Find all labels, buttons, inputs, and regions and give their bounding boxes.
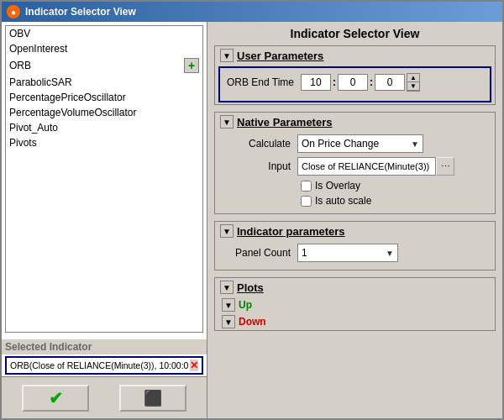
calculate-value: On Price Change <box>302 138 379 150</box>
list-item[interactable]: Pivot_Auto <box>6 120 202 135</box>
list-item-label: Pivot_Auto <box>9 122 58 134</box>
is-auto-scale-row: Is auto scale <box>222 195 488 207</box>
content-area: OBVOpenInterestORB+ParabolicSARPercentag… <box>2 22 502 418</box>
plot-down-item: ▼ Down <box>215 313 495 330</box>
calculate-row: Calculate On Price Change ▼ <box>222 134 488 153</box>
panel-count-dropdown-arrow: ▼ <box>386 249 394 258</box>
plots-label: Plots <box>237 281 264 294</box>
selected-indicator-item[interactable]: ORB(Close of RELIANCE(Minute(3)), 10:00:… <box>5 356 203 375</box>
plot-up-collapse-btn[interactable]: ▼ <box>222 298 235 312</box>
native-parameters-section: ▼ Native Parameters Calculate On Price C… <box>214 112 496 214</box>
input-field-group: ⋯ <box>297 157 454 176</box>
panel-count-dropdown[interactable]: 1 ▼ <box>297 244 398 262</box>
list-item[interactable]: ParabolicSAR <box>6 75 202 90</box>
indicator-params-collapse-btn[interactable]: ▼ <box>220 224 234 238</box>
spin-buttons: ▲ ▼ <box>407 73 420 92</box>
time-sep-1: : <box>333 76 336 88</box>
spin-down-button[interactable]: ▼ <box>407 82 419 91</box>
calculate-dropdown-arrow: ▼ <box>411 139 419 149</box>
list-item[interactable]: OpenInterest <box>6 41 202 56</box>
input-label: Input <box>222 160 297 172</box>
plots-header[interactable]: ▼ Plots <box>215 278 495 297</box>
indicator-parameters-label: Indicator parameters <box>237 225 345 238</box>
orb-end-time-label: ORB End Time <box>225 76 301 88</box>
input-row: Input ⋯ <box>222 157 488 176</box>
list-item[interactable]: Pivots <box>6 135 202 150</box>
is-overlay-checkbox[interactable] <box>301 181 312 192</box>
plot-down-label: Down <box>239 316 266 328</box>
native-params-collapse-btn[interactable]: ▼ <box>220 115 234 129</box>
list-item-label: OpenInterest <box>9 43 67 55</box>
time-sep-2: : <box>370 76 373 88</box>
plot-down-collapse-btn[interactable]: ▼ <box>222 315 235 328</box>
plot-up-label: Up <box>239 299 252 311</box>
panel-count-row: Panel Count 1 ▼ <box>222 244 488 262</box>
panel-count-label: Panel Count <box>222 247 297 259</box>
is-overlay-label: Is Overlay <box>315 180 360 192</box>
bottom-buttons-area: ✔ ⬛ <box>2 376 207 418</box>
is-auto-scale-checkbox[interactable] <box>301 196 312 207</box>
indicator-list[interactable]: OBVOpenInterestORB+ParabolicSARPercentag… <box>5 25 203 333</box>
user-parameters-label: User Parameters <box>237 50 323 62</box>
list-item-label: ORB <box>9 60 31 71</box>
ok-button[interactable]: ✔ <box>22 385 89 412</box>
apply-icon: ⬛ <box>144 389 162 407</box>
is-auto-scale-label: Is auto scale <box>315 195 371 207</box>
selected-indicator-text: ORB(Close of RELIANCE(Minute(3)), 10:00:… <box>10 360 188 370</box>
native-parameters-label: Native Parameters <box>237 116 332 129</box>
add-icon[interactable]: + <box>184 58 199 73</box>
remove-indicator-button[interactable]: ✕ <box>190 360 198 371</box>
list-item[interactable]: ORB+ <box>6 56 202 75</box>
user-parameters-header[interactable]: ▼ User Parameters <box>215 46 495 65</box>
native-parameters-header[interactable]: ▼ Native Parameters <box>215 113 495 131</box>
right-panel: Indicator Selector View ▼ User Parameter… <box>207 22 502 418</box>
panel-title: Indicator Selector View <box>214 25 496 45</box>
list-item[interactable]: PercentageVolumeOscillator <box>6 105 202 120</box>
input-browse-button[interactable]: ⋯ <box>436 157 454 176</box>
user-parameters-section: ▼ User Parameters ORB End Time : : <box>214 45 496 105</box>
user-params-collapse-btn[interactable]: ▼ <box>220 49 234 62</box>
spin-up-button[interactable]: ▲ <box>407 74 419 82</box>
is-overlay-row: Is Overlay <box>222 180 488 192</box>
indicator-parameters-header[interactable]: ▼ Indicator parameters <box>215 222 495 240</box>
time-minute-input[interactable] <box>338 74 368 91</box>
calculate-label: Calculate <box>222 138 297 150</box>
list-item[interactable]: OBV <box>6 26 202 41</box>
orb-end-time-row: ORB End Time : : ▲ ▼ <box>225 73 485 92</box>
indicator-parameters-section: ▼ Indicator parameters Panel Count 1 ▼ <box>214 221 496 270</box>
window-title: Indicator Selector View <box>25 6 136 18</box>
plots-collapse-btn[interactable]: ▼ <box>220 281 234 294</box>
title-bar: ● Indicator Selector View <box>2 2 502 22</box>
native-params-content: Calculate On Price Change ▼ Input ⋯ <box>215 131 495 213</box>
app-icon: ● <box>7 5 20 18</box>
time-second-input[interactable] <box>375 74 405 91</box>
indicator-params-content: Panel Count 1 ▼ <box>215 240 495 270</box>
selected-section-label: Selected Indicator <box>2 339 207 354</box>
ok-checkmark-icon: ✔ <box>49 388 63 408</box>
left-panel: OBVOpenInterestORB+ParabolicSARPercentag… <box>2 22 207 418</box>
list-item-label: OBV <box>9 28 30 39</box>
time-hour-input[interactable] <box>301 74 331 91</box>
main-window: ● Indicator Selector View OBVOpenInteres… <box>0 0 504 420</box>
plot-up-item: ▼ Up <box>215 297 495 313</box>
panel-count-value: 1 <box>302 247 307 259</box>
list-item-label: PercentagePriceOscillator <box>9 92 126 103</box>
calculate-dropdown[interactable]: On Price Change ▼ <box>297 134 423 153</box>
user-params-box: ORB End Time : : ▲ ▼ <box>218 66 491 102</box>
list-item-label: PercentageVolumeOscillator <box>9 107 136 118</box>
list-item-label: ParabolicSAR <box>9 76 72 88</box>
list-item[interactable]: PercentagePriceOscillator <box>6 90 202 105</box>
apply-button[interactable]: ⬛ <box>119 385 186 412</box>
plots-section: ▼ Plots ▼ Up ▼ Down <box>214 277 496 331</box>
time-input-group: : : ▲ ▼ <box>301 73 420 92</box>
list-item-label: Pivots <box>9 137 37 149</box>
input-field[interactable] <box>297 157 436 176</box>
